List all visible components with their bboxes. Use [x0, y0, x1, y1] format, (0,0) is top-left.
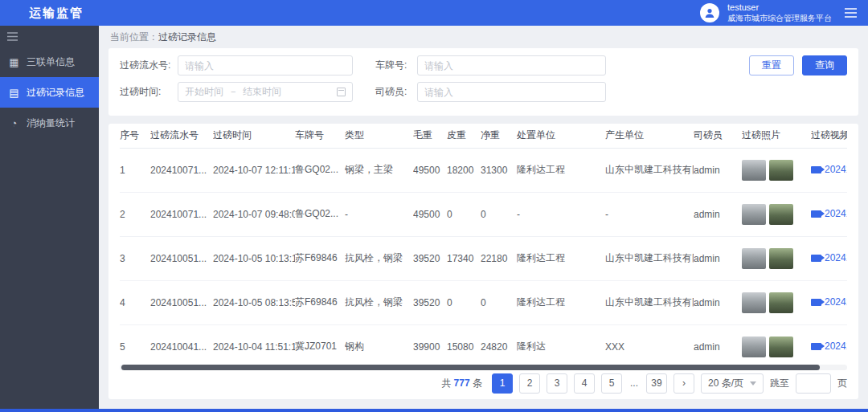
pie-chart-icon: ◔: [8, 117, 20, 129]
weigh-photo-thumbnail[interactable]: [769, 204, 793, 225]
cell-index: 1: [120, 148, 150, 192]
cell-video: 20241005: [811, 280, 847, 324]
cell-photos: [742, 324, 811, 362]
page-button-last[interactable]: 39: [646, 373, 667, 394]
cell-photos: [742, 280, 811, 324]
weigh-video-link[interactable]: 20241005: [811, 296, 847, 308]
weigh-photo-thumbnail[interactable]: [742, 337, 766, 357]
cell-net: 22180: [481, 236, 517, 280]
cell-tare: 17340: [447, 236, 481, 280]
cell-time: 2024-10-07 09:48:04: [213, 192, 295, 236]
collapse-sidebar-icon[interactable]: [7, 32, 18, 41]
page-button-4[interactable]: 4: [574, 373, 595, 394]
page-ellipsis[interactable]: ...: [628, 377, 640, 389]
operator-filter-input[interactable]: [417, 82, 606, 102]
cell-plate: 鲁GQ02...: [295, 148, 345, 192]
col-gross: 毛重: [413, 124, 447, 148]
jump-page-input[interactable]: [796, 373, 831, 394]
cell-serial: 202410071...: [150, 148, 213, 192]
cell-gross: 39520: [413, 280, 447, 324]
query-button[interactable]: 查询: [802, 55, 847, 75]
person-icon: [704, 7, 715, 18]
cell-operator: admin: [694, 148, 742, 192]
col-producer: 产生单位: [605, 124, 694, 148]
weigh-photo-thumbnail[interactable]: [769, 337, 793, 357]
cell-producer: -: [605, 192, 694, 236]
cell-index: 3: [120, 236, 150, 280]
weigh-photo-thumbnail[interactable]: [742, 160, 766, 181]
col-type: 类型: [345, 124, 413, 148]
cell-disposal: -: [517, 192, 605, 236]
header-menu-icon[interactable]: [845, 8, 857, 18]
weigh-photo-thumbnail[interactable]: [742, 292, 766, 313]
video-camera-icon: [811, 343, 821, 350]
cell-plate: 冀JZ0701: [295, 324, 345, 362]
col-net: 净重: [481, 124, 517, 148]
page-button-1[interactable]: 1: [492, 373, 513, 394]
total-count: 共 777 条: [441, 377, 482, 390]
sidebar-item-label: 过磅记录信息: [27, 86, 84, 100]
table-scroll-area: 序号 过磅流水号 过磅时间 车牌号 类型 毛重 皮重 净重 处置单位 产生单位: [120, 124, 847, 362]
page-button-3[interactable]: 3: [547, 373, 567, 394]
start-time-placeholder: 开始时间: [185, 85, 223, 99]
weigh-photo-thumbnail[interactable]: [769, 248, 793, 269]
user-avatar[interactable]: [700, 3, 719, 22]
col-disposal: 处置单位: [517, 124, 605, 148]
weigh-photo-thumbnail[interactable]: [769, 160, 793, 181]
weigh-photo-thumbnail[interactable]: [769, 292, 793, 313]
table-row: 4 202410051... 2024-10-05 08:13:58 苏F698…: [120, 280, 847, 324]
weigh-photo-thumbnail[interactable]: [742, 248, 766, 269]
weigh-video-link[interactable]: 20241005: [811, 252, 847, 263]
sidebar-item-consumption-stats[interactable]: ◔ 消纳量统计: [0, 108, 99, 138]
cell-gross: 39520: [413, 236, 447, 280]
weigh-video-link[interactable]: 20241007: [811, 164, 847, 175]
scrollbar-track[interactable]: [120, 365, 847, 370]
cell-video: 20241007: [811, 148, 847, 192]
cell-operator: admin: [694, 236, 742, 280]
plate-filter-input[interactable]: [417, 55, 606, 75]
cell-disposal: 隆利达: [517, 324, 605, 362]
col-photos: 过磅照片: [742, 124, 811, 148]
triplicate-grid-icon: ▦: [8, 56, 20, 68]
page-size-select[interactable]: 20 条/页: [701, 373, 764, 394]
total-suffix: 条: [470, 377, 482, 389]
serial-filter-label: 过磅流水号:: [120, 59, 178, 72]
cell-tare: 15080: [447, 324, 481, 362]
range-separator: －: [228, 85, 238, 99]
total-prefix: 共: [441, 377, 453, 389]
top-header-bar: 运输监管 testuser 威海市城市综合管理服务平台: [0, 0, 868, 26]
sidebar-item-triplicate-info[interactable]: ▦ 三联单信息: [0, 47, 99, 77]
video-camera-icon: [811, 210, 821, 218]
cell-photos: [742, 192, 811, 236]
weigh-photo-thumbnail[interactable]: [742, 204, 766, 225]
sidebar-item-weigh-records[interactable]: ▤ 过磅记录信息: [0, 77, 99, 108]
scrollbar-thumb[interactable]: [121, 365, 820, 370]
weigh-video-link[interactable]: 20241007: [811, 208, 847, 219]
video-label: 20241007: [825, 164, 847, 175]
page-button-5[interactable]: 5: [601, 373, 622, 394]
reset-button[interactable]: 重置: [749, 55, 794, 75]
col-video: 过磅视频: [811, 124, 847, 148]
cell-net: 24820: [481, 324, 517, 362]
cell-disposal: 隆利达工程: [517, 148, 605, 192]
filter-row-2: 过磅时间: 开始时间 － 结束时间 司磅员:: [120, 82, 847, 102]
video-camera-icon: [811, 255, 821, 262]
next-page-button[interactable]: ›: [674, 373, 694, 394]
cell-plate: 苏F69846: [295, 236, 345, 280]
video-label: 20241005: [825, 252, 847, 263]
serial-filter-input[interactable]: [178, 55, 353, 75]
jump-label: 跳至: [770, 377, 789, 390]
table-row: 2 202410071... 2024-10-07 09:48:04 鲁GQ02…: [120, 192, 847, 236]
col-plate: 车牌号: [295, 124, 345, 148]
cell-serial: 202410051...: [150, 236, 213, 280]
page-button-2[interactable]: 2: [519, 373, 540, 394]
cell-net: 31300: [481, 148, 517, 192]
weigh-time-range-picker[interactable]: 开始时间 － 结束时间: [178, 82, 353, 102]
sidebar-nav: ▦ 三联单信息 ▤ 过磅记录信息 ◔ 消纳量统计: [0, 26, 99, 409]
cell-gross: 49500: [413, 192, 447, 236]
video-label: 20241005: [825, 296, 847, 308]
cell-disposal: 隆利达工程: [517, 280, 605, 324]
weigh-video-link[interactable]: 20241004: [811, 341, 847, 352]
end-time-placeholder: 结束时间: [243, 85, 281, 99]
video-camera-icon: [811, 166, 821, 173]
